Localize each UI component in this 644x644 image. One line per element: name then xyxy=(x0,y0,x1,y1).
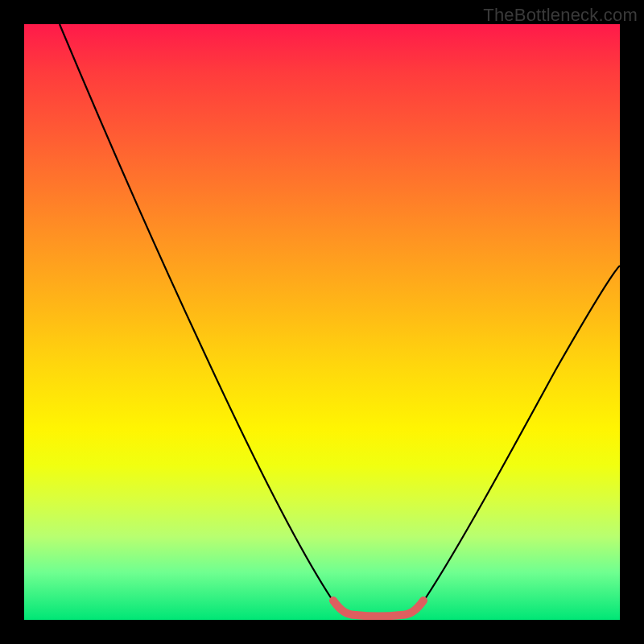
plot-area xyxy=(24,24,620,620)
bottleneck-curve xyxy=(60,24,620,618)
chart-svg xyxy=(24,24,620,620)
min-band-marker xyxy=(333,601,423,617)
attribution-text: TheBottleneck.com xyxy=(483,5,638,26)
chart-frame: TheBottleneck.com xyxy=(0,0,644,644)
